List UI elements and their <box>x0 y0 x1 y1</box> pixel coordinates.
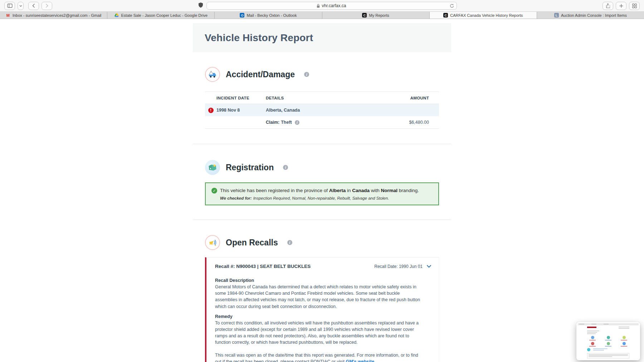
toolbar-center: vhr.carfax.ca <box>52 2 602 10</box>
carfax-icon: C <box>362 13 367 18</box>
back-button[interactable] <box>28 2 39 10</box>
info-icon[interactable]: i <box>283 165 288 170</box>
incident-date: 1998 Nov 8 <box>216 108 266 113</box>
url-text: vhr.carfax.ca <box>322 3 346 8</box>
table-row: ! 1998 Nov 8 Alberta, Canada <box>205 104 439 116</box>
page-title: Vehicle History Report <box>205 32 313 44</box>
section-title: Open Recalls <box>226 238 278 248</box>
tab-label: Mail - Becky Oxton - Outlook <box>247 13 297 18</box>
registration-status-box: ✓ This vehicle has been registered in th… <box>205 182 439 205</box>
tab-label: Inbox - sunriseestateservices2@gmail.com… <box>13 13 101 18</box>
tab-gmail[interactable]: M Inbox - sunriseestateservices2@gmail.c… <box>0 12 107 19</box>
tab-label: Auction Admin Console : Import Items <box>561 13 627 18</box>
tab-auction-console[interactable]: L Auction Admin Console : Import Items <box>537 12 644 19</box>
claim-amount: $6,480.00 <box>382 120 439 125</box>
column-header: AMOUNT <box>382 96 439 100</box>
section-title: Registration <box>226 163 274 172</box>
chevron-down-icon <box>19 5 22 7</box>
new-tab-button[interactable] <box>616 2 626 10</box>
claim-label: Claim: <box>266 120 279 125</box>
recall-card: Recall #: N900043 | SEAT BELT BUCKLES Re… <box>205 257 439 362</box>
recall-card-header[interactable]: Recall #: N900043 | SEAT BELT BUCKLES Re… <box>206 258 439 274</box>
recall-title: Recall #: N900043 | SEAT BELT BUCKLES <box>215 264 311 269</box>
tab-bar: M Inbox - sunriseestateservices2@gmail.c… <box>0 12 644 19</box>
chevron-right-icon <box>45 4 48 8</box>
table-row: Claim: Theft i $6,480.00 <box>205 116 439 128</box>
thumbnail-logo <box>587 327 596 328</box>
section-divider <box>193 220 451 220</box>
carfax-icon: C <box>443 13 448 18</box>
share-button[interactable] <box>602 2 613 10</box>
reload-icon[interactable] <box>450 4 454 9</box>
recall-card-body: Recall Description General Motors of Can… <box>206 274 432 362</box>
screenshot-thumbnail[interactable] <box>576 322 640 360</box>
accident-section-header: Accident/Damage i <box>205 67 451 82</box>
tab-overview-button[interactable] <box>629 2 640 10</box>
nav-controls <box>4 2 52 10</box>
column-header: INCIDENT DATE <box>216 96 266 100</box>
lock-icon <box>317 4 320 8</box>
gm-website-link[interactable]: GM's website <box>346 359 374 362</box>
tab-grid-icon <box>632 4 637 8</box>
auction-console-icon: L <box>554 13 559 18</box>
check-icon: ✓ <box>211 188 217 194</box>
recall-description-heading: Recall Description <box>215 277 423 284</box>
column-header: DETAILS <box>266 96 382 100</box>
gmail-icon: M <box>6 13 10 18</box>
tab-label: My Reports <box>369 13 389 18</box>
share-icon <box>606 3 610 8</box>
chevron-down-icon[interactable] <box>426 265 431 268</box>
checked-for-text: We checked for:Inspection Required, Norm… <box>220 196 433 200</box>
section-title: Accident/Damage <box>226 70 295 79</box>
incident-details: Alberta, Canada <box>266 108 382 113</box>
info-icon[interactable]: i <box>304 72 309 77</box>
sidebar-toggle-button[interactable] <box>4 2 15 10</box>
recall-date: Recall Date: 1990 Jun 01 <box>374 264 423 269</box>
accident-table: INCIDENT DATE DETAILS AMOUNT ! 1998 Nov … <box>205 92 439 129</box>
tab-outlook[interactable]: O Mail - Becky Oxton - Outlook <box>215 12 322 19</box>
registration-message: This vehicle has been registered in the … <box>220 188 419 193</box>
report-header-band: Vehicle History Report <box>193 23 451 52</box>
recall-remedy-heading: Remedy <box>215 313 423 320</box>
address-bar[interactable]: vhr.carfax.ca <box>206 2 457 10</box>
recalls-section-header: Open Recalls i <box>205 235 451 250</box>
sidebar-icon <box>7 4 13 8</box>
tab-my-reports[interactable]: C My Reports <box>322 12 430 19</box>
recall-description-text: General Motors of Canada has determined … <box>215 284 423 310</box>
tab-google-drive[interactable]: Estate Sale - Jason Cooper Leduc - Googl… <box>107 12 215 19</box>
browser-toolbar: vhr.carfax.ca <box>0 0 644 12</box>
claim-value: Theft <box>281 120 292 125</box>
tab-label: Estate Sale - Jason Cooper Leduc - Googl… <box>121 13 208 18</box>
info-icon[interactable]: i <box>295 120 299 125</box>
alert-icon: ! <box>208 108 214 113</box>
plus-icon <box>619 4 623 8</box>
megaphone-icon <box>205 235 220 250</box>
forward-button[interactable] <box>42 2 52 10</box>
table-header-row: INCIDENT DATE DETAILS AMOUNT <box>205 92 439 104</box>
chevron-left-icon <box>32 4 35 8</box>
page-viewport: Vehicle History Report Accident/Damage i… <box>0 20 644 362</box>
report-container: Vehicle History Report Accident/Damage i… <box>193 23 451 362</box>
tab-label: CARFAX Canada Vehicle History Reports <box>450 13 523 18</box>
privacy-shield-icon[interactable] <box>198 2 203 9</box>
tab-carfax-report[interactable]: C CARFAX Canada Vehicle History Reports <box>430 12 537 19</box>
sidebar-dropdown-button[interactable] <box>18 2 24 10</box>
google-drive-icon <box>114 13 119 18</box>
outlook-icon: O <box>240 13 244 18</box>
section-divider <box>193 144 451 144</box>
registration-section-header: Registration i <box>205 160 451 175</box>
recall-remedy-text: To correct this condition, all involved … <box>215 320 423 346</box>
info-icon[interactable]: i <box>287 240 292 245</box>
map-icon <box>205 160 220 175</box>
recall-note-text: This recall was open as of the date/time… <box>215 352 423 362</box>
tow-truck-icon <box>205 67 220 82</box>
thumbnail-page <box>578 325 639 358</box>
toolbar-right <box>602 2 640 10</box>
